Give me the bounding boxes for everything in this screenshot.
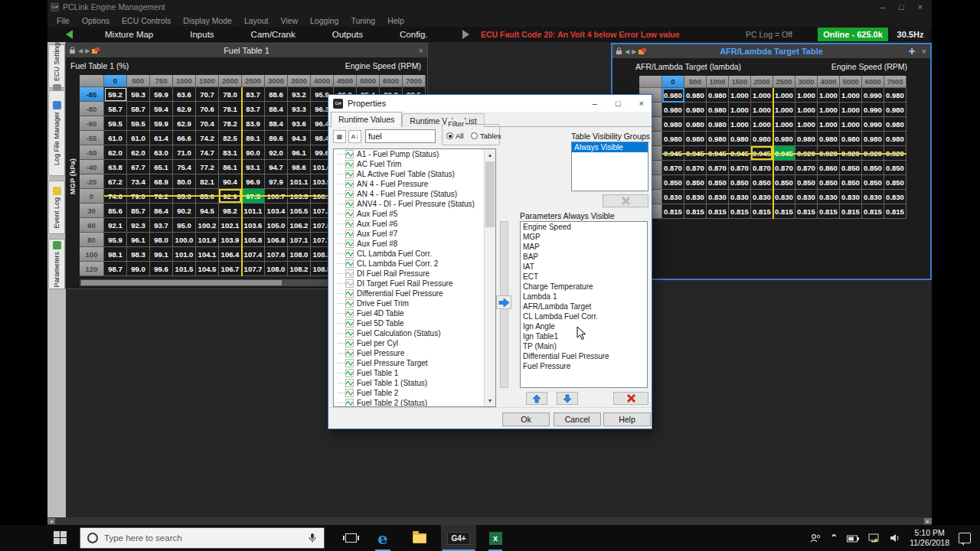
tree-item[interactable]: AN 4 - Fuel Pressure xyxy=(334,179,495,189)
waveform-checkbox-icon[interactable] xyxy=(345,249,354,258)
tree-item[interactable]: Fuel 4D Table xyxy=(334,308,495,318)
afr-table-cell[interactable]: 1.000 xyxy=(795,103,818,117)
tree-item[interactable]: A1 - Fuel Pump (Status) xyxy=(334,149,495,159)
fuel-table-cell[interactable]: 63.0 xyxy=(150,145,173,160)
fuel-table-cell[interactable]: 59.5 xyxy=(104,116,127,131)
afr-table-cell[interactable]: 0.850 xyxy=(884,161,906,175)
tree-item[interactable]: AN 4 - Fuel Pressure (Status) xyxy=(334,189,495,199)
tree-scrollbar[interactable]: ▲ ▼ xyxy=(484,149,495,406)
fuel-col-header[interactable]: 750 xyxy=(150,75,173,87)
afr-table-cell[interactable]: 0.850 xyxy=(862,161,884,175)
afr-table-cell[interactable]: 0.830 xyxy=(884,190,906,204)
fuel-table-cell[interactable]: 86.1 xyxy=(219,160,242,174)
fuel-table-cell[interactable]: 67.7 xyxy=(127,160,150,174)
tree-item[interactable]: Fuel Table 2 (Status) xyxy=(334,398,495,407)
move-up-button[interactable] xyxy=(526,392,547,405)
fuel-col-header[interactable]: 3000 xyxy=(265,75,288,87)
fuel-table-cell[interactable]: 96.9 xyxy=(242,174,265,189)
minimize-icon[interactable]: – xyxy=(880,2,885,11)
fuel-col-header[interactable]: 4000 xyxy=(311,75,334,87)
fuel-table-cell[interactable]: 77.2 xyxy=(196,160,219,174)
tree-item[interactable]: Fuel Pressure Target xyxy=(334,358,495,368)
fuel-table-cell[interactable]: 106.7 xyxy=(219,262,242,276)
tree-item[interactable]: CL Lambda Fuel Corr. 2 xyxy=(334,259,495,269)
waveform-checkbox-icon[interactable] xyxy=(345,160,354,168)
afr-table-cell[interactable]: 0.920 xyxy=(862,146,884,161)
waveform-checkbox-icon[interactable] xyxy=(345,359,354,367)
menu-item-tuning[interactable]: Tuning xyxy=(345,16,381,25)
fuel-table-cell[interactable]: 103.6 xyxy=(242,218,265,233)
waveform-checkbox-icon[interactable] xyxy=(345,349,354,357)
fuel-table-cell[interactable]: 101.1 xyxy=(288,174,311,189)
fuel-table-cell[interactable]: 85.0 xyxy=(173,189,196,204)
afr-table-cell[interactable]: 0.945 xyxy=(773,146,795,161)
fuel-table-cell[interactable]: 68.9 xyxy=(150,174,173,189)
tree-item[interactable]: Drive Fuel Trim xyxy=(334,298,495,308)
sidebar-tab-event-log[interactable]: Event Log xyxy=(48,181,65,234)
afr-table-cell[interactable]: 0.815 xyxy=(729,204,751,219)
visible-parameter-item[interactable]: Lambda 1 xyxy=(521,292,647,302)
fuel-col-header[interactable]: 2000 xyxy=(219,75,242,87)
fuel-table-cell[interactable]: 108.0 xyxy=(265,262,288,276)
afr-table-cell[interactable]: 0.920 xyxy=(840,146,862,161)
afr-table-cell[interactable]: 0.870 xyxy=(684,161,707,175)
fuel-table-cell[interactable]: 76.2 xyxy=(150,189,173,204)
afr-table-cell[interactable]: 0.945 xyxy=(707,146,729,161)
fuel-row-header[interactable]: -85 xyxy=(80,87,104,102)
close-table-icon[interactable]: × xyxy=(922,47,926,56)
afr-table-cell[interactable]: 0.815 xyxy=(662,204,684,219)
afr-table-cell[interactable]: 0.920 xyxy=(818,146,840,161)
fuel-table-cell[interactable]: 88.6 xyxy=(265,87,288,102)
afr-table-cell[interactable]: 0.980 xyxy=(662,117,684,132)
afr-table-cell[interactable]: 0.850 xyxy=(662,175,684,190)
fuel-col-header[interactable]: 5000 xyxy=(357,75,380,87)
waveform-checkbox-icon[interactable] xyxy=(345,210,354,218)
fuel-col-header[interactable]: 6500 xyxy=(380,75,403,87)
afr-table-cell[interactable]: 0.815 xyxy=(840,204,862,219)
fuel-table-cell[interactable]: 67.2 xyxy=(104,174,127,189)
taskbar-clock[interactable]: 5:10 PM 11/26/2018 xyxy=(910,528,949,548)
tree-item[interactable]: DI Target Fuel Rail Pressure xyxy=(334,279,495,289)
afr-table-cell[interactable]: 0.945 xyxy=(684,146,707,161)
afr-table-cell[interactable]: 1.000 xyxy=(795,88,818,103)
fuel-row-header[interactable]: 100 xyxy=(80,247,104,262)
fuel-table-cell[interactable]: 85.6 xyxy=(196,189,219,204)
mdi-hscrollbar[interactable]: ◀ ▶ xyxy=(47,517,932,525)
waveform-checkbox-icon[interactable] xyxy=(345,389,354,397)
fuel-table-cell[interactable]: 90.2 xyxy=(173,204,196,218)
afr-table-cell[interactable]: 1.000 xyxy=(840,117,862,132)
fuel-table-cell[interactable]: 102.1 xyxy=(219,218,242,233)
taskbar-search[interactable]: Type here to search xyxy=(80,527,325,549)
afr-table-cell[interactable]: 1.000 xyxy=(773,117,795,132)
fuel-table-cell[interactable]: 103.9 xyxy=(219,233,242,247)
visible-parameter-item[interactable]: Fuel Pressure xyxy=(521,361,647,371)
waveform-checkbox-icon[interactable] xyxy=(345,289,354,298)
afr-table-cell[interactable]: 0.990 xyxy=(862,117,884,132)
visible-parameter-item[interactable]: AFR/Lambda Target xyxy=(521,302,647,311)
afr-table-cell[interactable]: 0.850 xyxy=(751,175,773,190)
fuel-table-cell[interactable]: 101.5 xyxy=(173,262,196,276)
filter-search-input[interactable] xyxy=(365,129,436,143)
fuel-table-cell[interactable]: 58.7 xyxy=(104,102,127,116)
fuel-table-cell[interactable]: 83.1 xyxy=(219,145,242,160)
visible-parameter-item[interactable]: IAT xyxy=(521,262,647,272)
fuel-table-cell[interactable]: 83.7 xyxy=(242,102,265,116)
fuel-table-cell[interactable]: 63.8 xyxy=(104,160,127,174)
prev-table-icon[interactable]: ◀ xyxy=(625,48,629,55)
afr-table-cell[interactable]: 0.980 xyxy=(884,103,906,117)
afr-col-header[interactable]: 4000 xyxy=(818,76,840,88)
fuel-table-cell[interactable]: 90.4 xyxy=(219,174,242,189)
afr-table-cell[interactable]: 0.980 xyxy=(684,117,707,132)
fuel-table-cell[interactable]: 95.0 xyxy=(173,218,196,233)
menu-item-display-mode[interactable]: Display Mode xyxy=(177,16,238,25)
afr-table-cell[interactable]: 0.850 xyxy=(840,175,862,190)
fuel-table-cell[interactable]: 107.6 xyxy=(265,247,288,262)
afr-table-cell[interactable]: 0.980 xyxy=(662,103,684,117)
tree-item[interactable]: Aux Fuel #7 xyxy=(334,229,495,239)
afr-table-cell[interactable]: 0.870 xyxy=(729,161,751,175)
fuel-table-cell[interactable]: 93.6 xyxy=(288,116,311,131)
excel-icon[interactable]: x xyxy=(481,525,510,551)
dialog-close-icon[interactable]: × xyxy=(639,99,644,108)
move-window-icon[interactable]: ✚ xyxy=(908,47,915,57)
params-always-visible-list[interactable]: Engine SpeedMGPMAPBAPIATECTCharge Temper… xyxy=(520,221,648,388)
